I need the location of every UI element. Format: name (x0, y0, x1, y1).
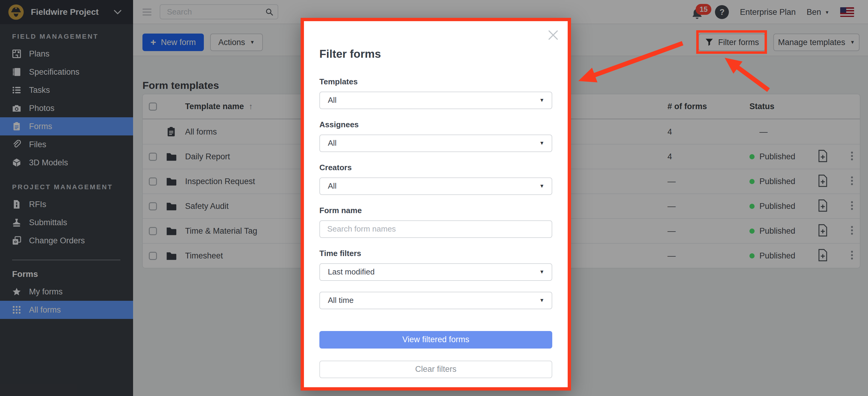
chevron-down-icon: ▼ (539, 140, 545, 146)
dropdown-value: All (328, 96, 337, 105)
dropdown-select[interactable]: All time ▼ (319, 292, 552, 309)
dropdown-select[interactable]: All ▼ (319, 177, 552, 195)
dropdown-value: All time (328, 296, 353, 305)
filter-field-group: Assignees All ▼ (319, 120, 552, 152)
chevron-down-icon: ▼ (539, 183, 545, 189)
filter-field-group: Creators All ▼ (319, 163, 552, 195)
dropdown-value: Last modified (328, 267, 375, 276)
field-label: Form name (319, 206, 552, 215)
view-filtered-forms-button[interactable]: View filtered forms (319, 331, 552, 349)
chevron-down-icon: ▼ (539, 269, 545, 275)
filter-field-group: Time filters Last modified ▼ (319, 249, 552, 281)
modal-fields: Templates All ▼ Assignees All ▼ Creators (319, 77, 552, 309)
form-name-input[interactable] (319, 220, 552, 238)
field-label: Assignees (319, 120, 552, 129)
filter-field-group: Templates All ▼ (319, 77, 552, 109)
dropdown-select[interactable]: All ▼ (319, 92, 552, 109)
dropdown-select[interactable]: Last modified ▼ (319, 263, 552, 281)
dropdown-value: All (328, 182, 337, 191)
dropdown-select[interactable]: All ▼ (319, 134, 552, 152)
filter-field-group: Form name (319, 206, 552, 238)
field-label: Templates (319, 77, 552, 86)
chevron-down-icon: ▼ (539, 297, 545, 303)
field-label: Time filters (319, 249, 552, 258)
chevron-down-icon: ▼ (539, 97, 545, 103)
field-label: Creators (319, 163, 552, 172)
annotation-highlight-box (696, 30, 767, 54)
filter-field-group: All time ▼ (319, 292, 552, 309)
modal-title: Filter forms (319, 47, 552, 61)
close-icon[interactable] (547, 28, 560, 42)
app-window: Fieldwire Project FIELD MANAGEMENT Plans… (0, 0, 868, 396)
clear-filters-button[interactable]: Clear filters (319, 361, 552, 378)
filter-forms-modal: Filter forms Templates All ▼ Assignees A… (301, 18, 571, 391)
dropdown-value: All (328, 138, 337, 148)
